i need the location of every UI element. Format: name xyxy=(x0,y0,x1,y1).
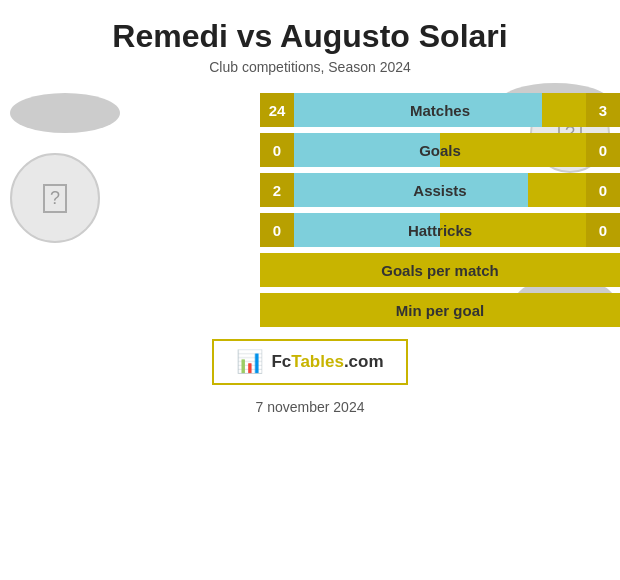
stat-row-matches: 24 Matches 3 xyxy=(260,93,620,127)
stat-bar-wrap-2: Assists xyxy=(294,173,586,207)
stat-label-novals-1: Min per goal xyxy=(396,302,484,319)
stat-label-3: Hattricks xyxy=(294,222,586,239)
logo-text: FcTables.com xyxy=(271,352,383,372)
stat-row-novals-0: Goals per match xyxy=(260,253,620,287)
stat-bar-full-0: Goals per match xyxy=(260,253,620,287)
stat-label-0: Matches xyxy=(294,102,586,119)
stat-label-2: Assists xyxy=(294,182,586,199)
stat-left-val-0: 24 xyxy=(260,93,294,127)
logo-icon: 📊 xyxy=(236,349,263,375)
logo-area: 📊 FcTables.com xyxy=(130,339,490,385)
stat-left-val-2: 2 xyxy=(260,173,294,207)
stat-row-novals-1: Min per goal xyxy=(260,293,620,327)
main-area: ? ? 24 Matches 3 0 Goals 0 2 Assists 0 0 xyxy=(0,93,620,327)
left-player-icon: ? xyxy=(43,184,67,213)
stat-left-val-1: 0 xyxy=(260,133,294,167)
stats-container: 24 Matches 3 0 Goals 0 2 Assists 0 0 Hat… xyxy=(260,93,620,327)
stat-row-hattricks: 0 Hattricks 0 xyxy=(260,213,620,247)
stat-right-val-3: 0 xyxy=(586,213,620,247)
stat-left-val-3: 0 xyxy=(260,213,294,247)
stat-row-goals: 0 Goals 0 xyxy=(260,133,620,167)
stat-row-assists: 2 Assists 0 xyxy=(260,173,620,207)
stat-label-1: Goals xyxy=(294,142,586,159)
stat-bar-full-1: Min per goal xyxy=(260,293,620,327)
stat-right-val-2: 0 xyxy=(586,173,620,207)
stat-bar-wrap-0: Matches xyxy=(294,93,586,127)
date-label: 7 november 2024 xyxy=(0,399,620,415)
logo-box: 📊 FcTables.com xyxy=(212,339,407,385)
stat-bar-wrap-3: Hattricks xyxy=(294,213,586,247)
stat-right-val-1: 0 xyxy=(586,133,620,167)
stat-bar-wrap-1: Goals xyxy=(294,133,586,167)
stat-right-val-0: 3 xyxy=(586,93,620,127)
left-team-ellipse xyxy=(10,93,120,133)
stat-label-novals-0: Goals per match xyxy=(381,262,499,279)
left-player-avatar: ? xyxy=(10,153,100,243)
page-title: Remedi vs Augusto Solari xyxy=(0,0,620,59)
subtitle: Club competitions, Season 2024 xyxy=(0,59,620,75)
